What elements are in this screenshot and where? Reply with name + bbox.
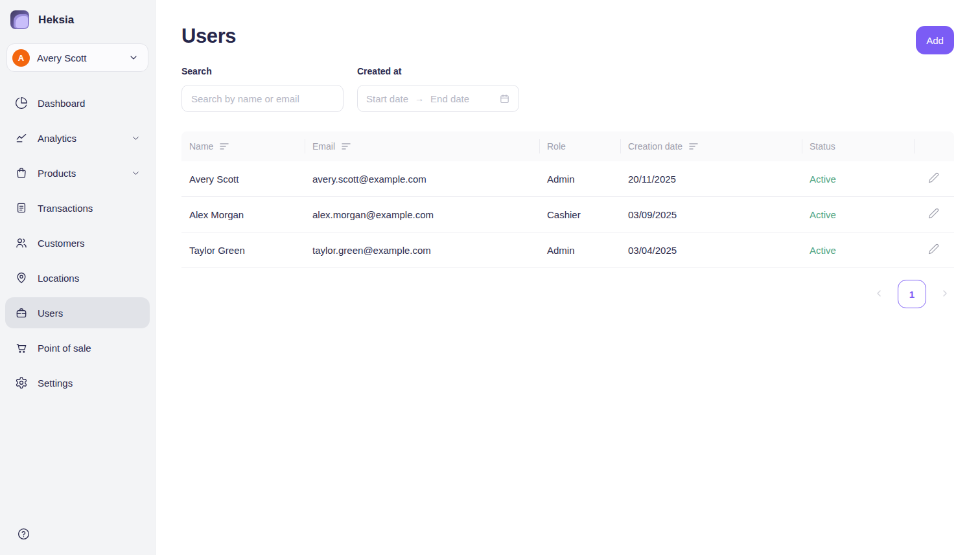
sidebar-item-label: Users [38,308,63,319]
sidebar-item-label: Settings [38,378,73,389]
table-header-row: Name Email Role Creation date [181,131,954,161]
sidebar-item-label: Analytics [38,133,76,144]
sidebar: Heksia A Avery Scott Dashboard Analytics [0,0,156,555]
app-logo-icon [10,10,29,29]
chevron-down-icon [131,133,141,143]
question-circle-icon [17,532,30,543]
cell-creation-date: 20/11/2025 [620,174,802,185]
sidebar-item-customers[interactable]: Customers [5,227,150,258]
created-at-label: Created at [357,66,519,76]
column-header-role: Role [539,131,620,161]
column-header-actions [914,131,954,161]
table-row: Alex Morgan alex.morgan@example.com Cash… [181,197,954,232]
chevron-down-icon [128,52,139,63]
chart-line-icon [14,131,28,144]
cell-role: Admin [539,174,620,185]
sort-icon [342,142,351,150]
add-user-button[interactable]: Add [916,26,954,54]
edit-user-button[interactable] [927,242,940,258]
page-number-button[interactable]: 1 [898,280,926,308]
sidebar-item-products[interactable]: Products [5,157,150,188]
sidebar-item-label: Customers [38,238,85,249]
shopping-cart-icon [14,341,28,354]
sidebar-item-locations[interactable]: Locations [5,262,150,293]
sidebar-item-analytics[interactable]: Analytics [5,122,150,153]
cell-email: alex.morgan@example.com [305,209,539,220]
column-header-email[interactable]: Email [305,131,539,161]
briefcase-icon [14,306,28,319]
user-account-dropdown[interactable]: A Avery Scott [6,43,148,72]
sidebar-item-users[interactable]: Users [5,297,150,328]
cell-email: taylor.green@example.com [305,245,539,256]
column-header-name[interactable]: Name [181,131,305,161]
chevron-down-icon [131,168,141,178]
sidebar-item-dashboard[interactable]: Dashboard [5,87,150,119]
range-arrow-icon: → [415,93,424,104]
sidebar-item-label: Point of sale [38,343,91,354]
receipt-icon [14,201,28,214]
sidebar-item-label: Dashboard [38,98,85,109]
sidebar-item-label: Locations [38,273,79,284]
chevron-left-icon [874,288,884,300]
calendar-icon [499,93,510,104]
previous-page-button[interactable] [871,286,887,303]
shopping-bag-icon [14,166,28,179]
cell-role: Admin [539,245,620,256]
status-badge: Active [802,245,914,256]
sidebar-item-transactions[interactable]: Transactions [5,192,150,223]
chevron-right-icon [940,288,950,300]
status-badge: Active [802,209,914,220]
cell-creation-date: 03/04/2025 [620,245,802,256]
sort-icon [689,142,698,150]
table-row: Taylor Green taylor.green@example.com Ad… [181,232,954,268]
sidebar-item-label: Transactions [38,203,93,214]
avatar: A [12,49,30,67]
next-page-button[interactable] [937,286,953,303]
column-header-status: Status [802,131,914,161]
column-header-creation-date[interactable]: Creation date [620,131,802,161]
edit-user-button[interactable] [927,207,940,222]
cell-creation-date: 03/09/2025 [620,209,802,220]
pencil-icon [928,244,939,256]
main-content: Users Add Search Created at Start date →… [156,0,980,555]
cell-role: Cashier [539,209,620,220]
cell-name: Alex Morgan [181,209,305,220]
end-date-placeholder[interactable]: End date [430,93,469,104]
pagination: 1 [181,280,954,308]
help-button[interactable] [5,527,150,543]
user-name: Avery Scott [37,52,86,63]
app-logo: Heksia [5,10,150,29]
cell-name: Avery Scott [181,174,305,185]
table-row: Avery Scott avery.scott@example.com Admi… [181,161,954,197]
pencil-icon [928,172,939,185]
sort-icon [220,142,229,150]
map-pin-icon [14,271,28,284]
status-badge: Active [802,174,914,185]
search-label: Search [181,66,344,76]
sidebar-item-point-of-sale[interactable]: Point of sale [5,332,150,363]
cell-name: Taylor Green [181,245,305,256]
sidebar-nav: Dashboard Analytics Products Transact [5,87,150,398]
filters-bar: Search Created at Start date → End date [181,66,954,112]
pencil-icon [928,208,939,221]
users-table: Name Email Role Creation date [181,131,954,268]
sidebar-item-label: Products [38,168,76,179]
date-range-picker[interactable]: Start date → End date [357,85,519,112]
search-input[interactable] [181,85,344,112]
gear-icon [14,376,28,389]
users-group-icon [14,236,28,249]
cell-email: avery.scott@example.com [305,174,539,185]
start-date-placeholder[interactable]: Start date [366,93,408,104]
edit-user-button[interactable] [927,171,940,187]
page-title: Users [181,25,236,48]
sidebar-item-settings[interactable]: Settings [5,367,150,398]
pie-chart-icon [14,96,28,109]
app-name: Heksia [38,14,74,27]
